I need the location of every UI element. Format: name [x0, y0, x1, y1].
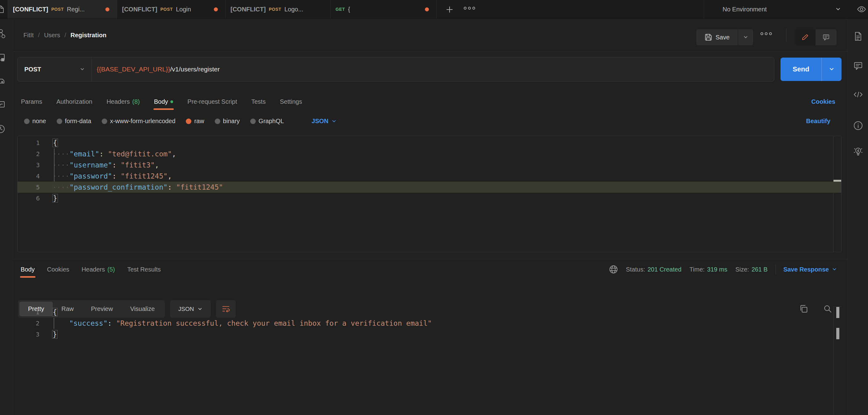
response-body-viewer[interactable]: 1{2 "success": "Registration successful,…: [17, 307, 841, 340]
code-snippet-icon[interactable]: [853, 89, 863, 100]
save-icon: [704, 33, 712, 41]
method-badge: POST: [269, 7, 281, 12]
method-selector[interactable]: POST: [18, 57, 92, 81]
request-workspace: FitIt / Users / Registration Save: [13, 19, 847, 415]
request-tab-authorization[interactable]: Authorization: [56, 93, 92, 110]
request-name[interactable]: Registration: [70, 32, 106, 39]
mock-servers-icon[interactable]: [0, 76, 6, 86]
response-tab-headers[interactable]: Headers(5): [82, 261, 115, 278]
request-tab-tests[interactable]: Tests: [251, 93, 266, 110]
postman-app: [CONFLICT]POSTRegi...[CONFLICT]POSTLogin…: [0, 0, 868, 415]
beautify-link[interactable]: Beautify: [806, 111, 830, 131]
request-body-editor[interactable]: 1{2····"email": "ted@fitit.com",3····"us…: [17, 136, 841, 252]
body-mode-none[interactable]: none: [24, 117, 46, 125]
tab-title: {: [348, 6, 350, 13]
pencil-icon: [801, 33, 809, 41]
indent-whitespace: ····: [52, 183, 69, 191]
url-input[interactable]: {{BASE_DEV_API_URL}} /v1/users/register: [92, 57, 220, 81]
new-tab-button[interactable]: [445, 4, 456, 15]
line-number: 1: [17, 307, 39, 318]
indent-whitespace: ····: [52, 150, 69, 158]
code-line-4: 4····"password": "fitit1245",: [18, 171, 841, 182]
method-badge: GET: [336, 7, 345, 12]
raw-language-selector[interactable]: JSON: [312, 117, 336, 125]
response-meta: Status: 201 Created Time: 319 ms Size: 2…: [609, 259, 837, 280]
send-button[interactable]: Send: [780, 58, 841, 81]
body-mode-x-www-form-urlencoded[interactable]: x-www-form-urlencoded: [102, 117, 175, 125]
method-label: POST: [24, 66, 41, 73]
comments-icon[interactable]: [853, 60, 863, 71]
token-str: "fitit3": [121, 161, 155, 169]
chevron-down-icon: [835, 6, 841, 12]
chevron-down-icon: [829, 67, 834, 72]
request-tab--4[interactable]: GET{: [331, 0, 437, 19]
indent-whitespace: [52, 319, 69, 327]
chevron-down-icon: [80, 67, 85, 72]
save-options-button[interactable]: [738, 29, 753, 45]
response-tab-cookies[interactable]: Cookies: [47, 261, 69, 278]
environment-quick-look-button[interactable]: [857, 4, 866, 14]
response-tab-test-results[interactable]: Test Results: [127, 261, 161, 278]
request-tab-regi-1[interactable]: [CONFLICT]POSTRegi...: [8, 0, 117, 19]
token-key: "success": [69, 319, 107, 327]
request-tab-logo-3[interactable]: [CONFLICT]POSTLogo...: [225, 0, 331, 19]
body-mode-graphql[interactable]: GraphQL: [250, 117, 284, 125]
request-tab-settings[interactable]: Settings: [280, 93, 302, 110]
request-more-actions-button[interactable]: [761, 32, 772, 35]
documentation-icon[interactable]: [853, 31, 863, 41]
tab-label: Authorization: [56, 98, 92, 105]
environments-icon[interactable]: [0, 52, 6, 63]
cookies-link[interactable]: Cookies: [811, 93, 835, 110]
method-badge: POST: [160, 7, 173, 12]
monitors-icon[interactable]: [0, 99, 6, 110]
sidebar-collections-icon[interactable]: [0, 0, 8, 19]
radio-icon: [102, 118, 107, 124]
chevron-down-icon: [743, 35, 748, 40]
request-tab-headers[interactable]: Headers(8): [106, 93, 140, 110]
conflict-badge: [CONFLICT]: [230, 6, 266, 13]
divider: [704, 0, 704, 19]
chevron-down-icon: [832, 267, 837, 272]
environment-selector[interactable]: No Environment: [722, 0, 841, 19]
dot-icon: [765, 32, 768, 35]
send-options-button[interactable]: [822, 58, 841, 81]
request-tab-pre-request-script[interactable]: Pre-request Script: [187, 93, 237, 110]
request-tab-login-2[interactable]: [CONFLICT]POSTLogin: [117, 0, 225, 19]
dot-icon: [761, 32, 763, 35]
tab-bar: [CONFLICT]POSTRegi...[CONFLICT]POSTLogin…: [0, 0, 868, 19]
tab-label: Body: [154, 98, 168, 105]
info-icon[interactable]: [853, 120, 863, 131]
code-line-1: 1{: [18, 137, 841, 148]
body-set-dot-icon: [170, 100, 173, 103]
conflict-badge: [CONFLICT]: [122, 6, 157, 13]
save-button[interactable]: Save: [696, 29, 738, 45]
request-tabs: ParamsAuthorizationHeaders(8)BodyPre-req…: [21, 93, 302, 110]
token-key: "password_confirmation": [69, 183, 167, 191]
code-line-1: 1{: [17, 307, 841, 318]
request-tab-params[interactable]: Params: [21, 93, 42, 110]
url-variable: {{BASE_DEV_API_URL}}: [97, 66, 170, 73]
breadcrumb-folder[interactable]: Users: [44, 32, 60, 39]
response-tab-body[interactable]: Body: [21, 261, 35, 278]
unsaved-dot-icon: [425, 7, 429, 11]
divider: [786, 29, 786, 42]
lightbulb-icon[interactable]: [853, 146, 863, 157]
save-response-button[interactable]: Save Response: [783, 266, 837, 273]
body-mode-binary[interactable]: binary: [215, 117, 240, 125]
request-tab-body[interactable]: Body: [154, 93, 174, 110]
history-icon[interactable]: [0, 124, 6, 134]
breadcrumb: FitIt / Users / Registration: [23, 19, 106, 52]
apis-icon[interactable]: [0, 28, 6, 39]
body-mode-form-data[interactable]: form-data: [57, 117, 92, 125]
body-mode-raw[interactable]: raw: [186, 117, 204, 125]
body-mode-row: noneform-datax-www-form-urlencodedrawbin…: [24, 111, 337, 131]
edit-documentation-button[interactable]: [795, 29, 816, 45]
line-number: 5: [18, 182, 40, 193]
breadcrumb-collection[interactable]: FitIt: [23, 32, 34, 39]
comments-button[interactable]: [816, 29, 837, 45]
tab-list-menu-button[interactable]: [464, 7, 475, 9]
tab-label: Settings: [280, 98, 302, 105]
open-request-tabs: [CONFLICT]POSTRegi...[CONFLICT]POSTLogin…: [8, 0, 437, 19]
chevron-down-icon: [332, 119, 337, 124]
code-line-2: 2 "success": "Registration successful, c…: [17, 318, 841, 329]
